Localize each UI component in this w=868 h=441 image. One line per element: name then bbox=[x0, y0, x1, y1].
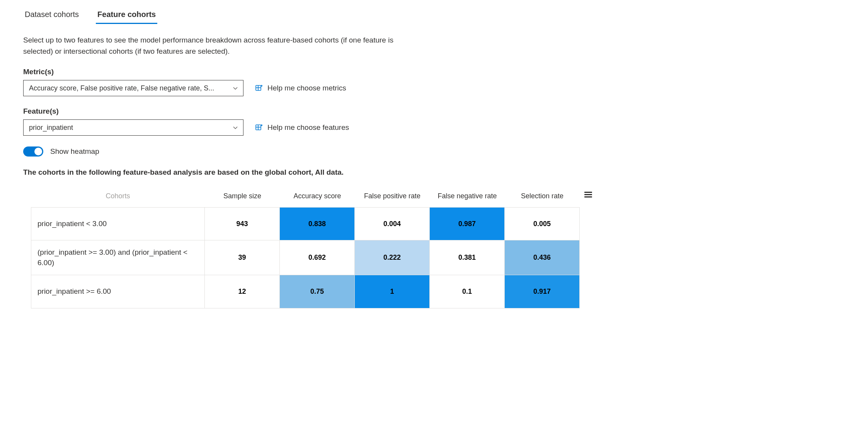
cell-selection: 0.005 bbox=[505, 207, 580, 240]
col-header-accuracy[interactable]: Accuracy score bbox=[280, 188, 355, 207]
cohort-tabs: Dataset cohorts Feature cohorts bbox=[23, 8, 845, 23]
features-dropdown[interactable]: prior_inpatient bbox=[23, 119, 243, 136]
col-header-cohorts: Cohorts bbox=[31, 188, 205, 207]
cell-selection: 0.436 bbox=[505, 240, 580, 275]
heatmap-table: Cohorts Sample size Accuracy score False… bbox=[31, 188, 580, 308]
analysis-note: The cohorts in the following feature-bas… bbox=[23, 168, 845, 177]
table-sparkle-icon bbox=[255, 123, 264, 132]
description-text: Select up to two features to see the mod… bbox=[23, 35, 402, 57]
show-heatmap-toggle[interactable] bbox=[23, 146, 43, 157]
metrics-dropdown[interactable]: Accuracy score, False positive rate, Fal… bbox=[23, 80, 243, 96]
col-header-sample-size[interactable]: Sample size bbox=[205, 188, 280, 207]
cell-accuracy: 0.692 bbox=[280, 240, 355, 275]
cell-sample-size: 39 bbox=[205, 240, 280, 275]
help-choose-features-link[interactable]: Help me choose features bbox=[255, 123, 349, 132]
metrics-label: Metric(s) bbox=[23, 68, 845, 76]
chevron-down-icon bbox=[233, 85, 238, 91]
table-menu-icon[interactable] bbox=[584, 191, 592, 199]
toggle-knob bbox=[34, 148, 42, 155]
features-label: Feature(s) bbox=[23, 107, 845, 116]
cell-fpr: 1 bbox=[355, 275, 430, 308]
cell-accuracy: 0.75 bbox=[280, 275, 355, 308]
help-choose-metrics-link[interactable]: Help me choose metrics bbox=[255, 84, 346, 92]
metrics-dropdown-value: Accuracy score, False positive rate, Fal… bbox=[29, 84, 214, 92]
show-heatmap-label: Show heatmap bbox=[50, 147, 99, 156]
cell-fnr: 0.381 bbox=[430, 240, 505, 275]
cell-fpr: 0.222 bbox=[355, 240, 430, 275]
tab-feature-cohorts[interactable]: Feature cohorts bbox=[96, 8, 157, 24]
cell-accuracy: 0.838 bbox=[280, 207, 355, 240]
cell-sample-size: 943 bbox=[205, 207, 280, 240]
col-header-selection[interactable]: Selection rate bbox=[505, 188, 580, 207]
help-metrics-text: Help me choose metrics bbox=[267, 84, 346, 92]
row-label: prior_inpatient >= 6.00 bbox=[31, 275, 205, 308]
cell-sample-size: 12 bbox=[205, 275, 280, 308]
row-label: prior_inpatient < 3.00 bbox=[31, 207, 205, 240]
features-dropdown-value: prior_inpatient bbox=[29, 124, 73, 132]
cell-fnr: 0.1 bbox=[430, 275, 505, 308]
cell-selection: 0.917 bbox=[505, 275, 580, 308]
table-sparkle-icon bbox=[255, 84, 264, 92]
chevron-down-icon bbox=[233, 124, 238, 131]
cell-fnr: 0.987 bbox=[430, 207, 505, 240]
col-header-fpr[interactable]: False positive rate bbox=[355, 188, 430, 207]
cell-fpr: 0.004 bbox=[355, 207, 430, 240]
tab-dataset-cohorts[interactable]: Dataset cohorts bbox=[23, 8, 80, 23]
col-header-fnr[interactable]: False negative rate bbox=[430, 188, 505, 207]
help-features-text: Help me choose features bbox=[267, 123, 349, 132]
row-label: (prior_inpatient >= 3.00) and (prior_inp… bbox=[31, 240, 205, 275]
